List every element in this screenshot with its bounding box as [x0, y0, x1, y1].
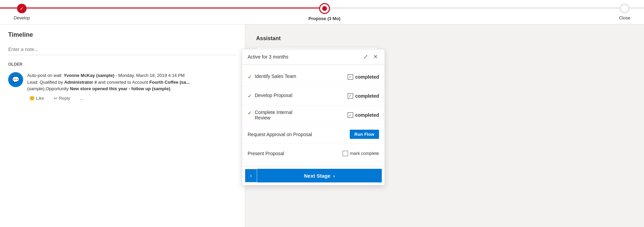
stage-item-close[interactable]: Close — [619, 4, 630, 20]
step-checkbox-develop[interactable]: ✓ — [348, 93, 353, 99]
next-stage-button[interactable]: Next Stage › — [257, 169, 382, 182]
step-right-identify: ✓ completed — [348, 74, 379, 80]
step-right-review: ✓ completed — [348, 112, 379, 118]
timeline-panel: Timeline OLDER 💬 Auto-post on wall: Yvon… — [0, 25, 245, 227]
prev-stage-button[interactable]: ‹ — [245, 169, 257, 182]
step-status-identify: completed — [355, 74, 379, 80]
step-right-develop: ✓ completed — [348, 93, 379, 99]
next-stage-label: Next Stage — [304, 173, 331, 179]
autopost-body: Lead: Qualified by Administrator # and c… — [27, 80, 190, 92]
step-checkbox-identify[interactable]: ✓ — [348, 74, 353, 80]
stage-label-close: Close — [619, 15, 630, 20]
step-status-develop: completed — [355, 93, 379, 99]
stage-item-develop[interactable]: ✓ Develop — [14, 4, 30, 20]
step-mark-complete-label: mark complete — [350, 151, 379, 156]
step-check-develop: ✓ — [248, 93, 252, 99]
popup-body: ✓ Identify Sales Team ✓ completed ✓ Deve… — [242, 65, 384, 166]
timeline-text: Auto-post on wall: Yvonne McKay (sample)… — [27, 72, 237, 92]
assistant-label: Assistant — [256, 35, 377, 42]
older-label: OLDER — [8, 62, 237, 67]
step-name-develop: Develop Proposal — [255, 93, 293, 98]
run-flow-button[interactable]: Run Flow — [350, 130, 379, 139]
step-status-review: completed — [355, 112, 379, 118]
stage-bar: ✓ Develop Propose (3 Mo) Close — [0, 0, 644, 25]
step-checkbox-present[interactable] — [343, 151, 348, 156]
more-label: ... — [80, 96, 83, 101]
step-checkbox-review[interactable]: ✓ — [348, 112, 353, 118]
avatar: 💬 — [8, 72, 23, 87]
expand-icon: ⤢ — [363, 54, 368, 60]
timeline-content: Auto-post on wall: Yvonne McKay (sample)… — [27, 72, 237, 101]
step-row-request-approval: Request Approval on Proposal Run Flow — [242, 125, 384, 144]
step-name-review: Complete InternalReview — [255, 110, 293, 120]
autopost-date: - Monday, March 18, 2019 4:14 PM — [114, 73, 185, 78]
popup-title: Active for 3 months — [248, 54, 288, 60]
step-left-identify: ✓ Identify Sales Team — [248, 74, 348, 80]
stage-items: ✓ Develop Propose (3 Mo) Close — [14, 3, 630, 21]
prev-arrow-icon: ‹ — [250, 173, 252, 179]
like-label: Like — [36, 96, 44, 101]
step-row-present-proposal: Present Proposal mark complete — [242, 144, 384, 163]
step-check-review: ✓ — [248, 110, 252, 116]
stage-label-develop: Develop — [14, 15, 30, 20]
note-input[interactable] — [8, 44, 237, 55]
autopost-prefix: Auto-post on wall: — [27, 73, 64, 78]
step-row-complete-internal-review: ✓ Complete InternalReview ✓ completed — [242, 106, 384, 125]
timeline-item: 💬 Auto-post on wall: Yvonne McKay (sampl… — [8, 72, 237, 101]
timeline-actions: 🙂 Like ↩ Reply ... — [27, 95, 237, 101]
step-check-identify: ✓ — [248, 74, 252, 80]
step-left-approval: Request Approval on Proposal — [248, 132, 350, 137]
main-content: Timeline OLDER 💬 Auto-post on wall: Yvon… — [0, 25, 644, 227]
close-icon: ✕ — [373, 54, 378, 60]
reply-icon: ↩ — [54, 96, 58, 101]
step-name-approval: Request Approval on Proposal — [248, 132, 312, 137]
more-button[interactable]: ... — [78, 95, 85, 101]
step-name-present: Present Proposal — [248, 151, 284, 156]
autopost-author: Yvonne McKay (sample) — [64, 73, 114, 78]
step-right-present: mark complete — [343, 151, 379, 156]
popup-expand-button[interactable]: ⤢ — [362, 53, 369, 60]
popup-header: Active for 3 months ⤢ ✕ — [242, 49, 384, 65]
avatar-icon: 💬 — [12, 76, 19, 83]
step-left-develop: ✓ Develop Proposal — [248, 93, 348, 99]
popup-header-actions: ⤢ ✕ — [362, 53, 379, 60]
popup-close-button[interactable]: ✕ — [372, 53, 379, 60]
popup-footer: ‹ Next Stage › — [242, 166, 384, 185]
stage-item-propose[interactable]: Propose (3 Mo) — [309, 3, 341, 21]
step-name-identify: Identify Sales Team — [255, 74, 296, 79]
step-right-approval: Run Flow — [350, 130, 379, 139]
stage-circle-propose — [319, 3, 330, 14]
timeline-title: Timeline — [8, 31, 237, 38]
step-left-present: Present Proposal — [248, 151, 343, 156]
like-button[interactable]: 🙂 Like — [27, 95, 46, 101]
step-row-develop-proposal: ✓ Develop Proposal ✓ completed — [242, 86, 384, 106]
next-arrow-icon: › — [333, 173, 335, 179]
stage-circle-develop: ✓ — [17, 4, 27, 13]
reply-button[interactable]: ↩ Reply — [52, 95, 72, 101]
like-icon: 🙂 — [29, 96, 35, 101]
reply-label: Reply — [59, 96, 70, 101]
step-left-review: ✓ Complete InternalReview — [248, 110, 348, 120]
stage-circle-close — [620, 4, 629, 13]
step-row-identify-sales-team: ✓ Identify Sales Team ✓ completed — [242, 67, 384, 86]
stage-popup: Active for 3 months ⤢ ✕ ✓ Identify Sales… — [242, 49, 385, 185]
stage-label-propose: Propose (3 Mo) — [309, 16, 341, 21]
